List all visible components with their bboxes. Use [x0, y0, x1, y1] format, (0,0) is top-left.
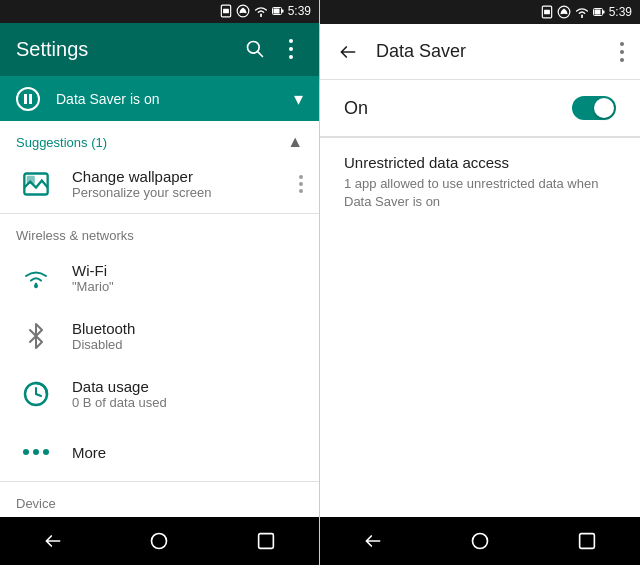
wifi-title: Wi-Fi: [72, 262, 303, 279]
back-nav-button-right[interactable]: [349, 517, 397, 565]
svg-point-31: [620, 58, 624, 62]
svg-point-20: [43, 449, 49, 455]
back-arrow-icon: [338, 42, 358, 62]
data-usage-text: Data usage 0 B of data used: [72, 378, 303, 410]
nav-bar-left: [0, 517, 319, 565]
svg-rect-5: [281, 10, 283, 13]
toggle-knob: [594, 98, 614, 118]
wifi-svg-icon: [22, 266, 50, 290]
search-button[interactable]: [243, 37, 267, 61]
battery-icon-left: [272, 5, 284, 17]
svg-point-15: [299, 189, 303, 193]
recents-nav-icon-right: [578, 532, 596, 550]
bluetooth-title: Bluetooth: [72, 320, 303, 337]
home-nav-icon-left: [149, 531, 169, 551]
unrestricted-title: Unrestricted data access: [344, 154, 616, 171]
wallpaper-icon: [16, 164, 56, 204]
wifi-item[interactable]: Wi-Fi "Mario": [0, 249, 319, 307]
svg-point-13: [299, 175, 303, 179]
wifi-subtitle: "Mario": [72, 279, 303, 294]
wallpaper-overflow-button[interactable]: [299, 175, 303, 193]
svg-point-30: [620, 50, 624, 54]
back-nav-icon-left: [43, 531, 63, 551]
overflow-button-right[interactable]: [620, 42, 624, 62]
svg-rect-4: [273, 9, 279, 14]
wallpaper-svg-icon: [22, 170, 50, 198]
bluetooth-item[interactable]: Bluetooth Disabled: [0, 307, 319, 365]
right-spacer: [320, 227, 640, 517]
home-nav-button-right[interactable]: [456, 517, 504, 565]
more-svg-icon: [22, 446, 50, 458]
data-saver-toggle[interactable]: [572, 96, 616, 120]
more-text: More: [72, 444, 303, 461]
more-item[interactable]: More: [0, 423, 319, 481]
svg-rect-24: [544, 10, 550, 15]
wallpaper-subtitle: Personalize your screen: [72, 185, 299, 200]
back-nav-icon-right: [363, 531, 383, 551]
status-icons-right: [540, 5, 605, 19]
wireless-label: Wireless & networks: [16, 228, 134, 243]
left-panel: 5:39 Settings Data Saver is on ▾ Suggest…: [0, 0, 320, 565]
wifi-text: Wi-Fi "Mario": [72, 262, 303, 294]
wallpaper-title: Change wallpaper: [72, 168, 299, 185]
battery-icon-right: [593, 6, 605, 18]
app-bar-left: Settings: [0, 23, 319, 76]
toggle-label: On: [344, 98, 572, 119]
device-category: Device: [0, 482, 319, 517]
status-bar-right: 5:39: [320, 0, 640, 24]
bluetooth-subtitle: Disabled: [72, 337, 303, 352]
svg-rect-27: [594, 10, 600, 15]
svg-point-32: [472, 534, 487, 549]
recents-nav-button-right[interactable]: [563, 517, 611, 565]
overflow-icon-left: [289, 39, 293, 59]
app-bar-icons: [243, 37, 303, 61]
back-nav-button-left[interactable]: [29, 517, 77, 565]
recents-nav-button-left[interactable]: [242, 517, 290, 565]
data-saver-toggle-row: On: [320, 80, 640, 136]
home-nav-icon-right: [470, 531, 490, 551]
data-usage-title: Data usage: [72, 378, 303, 395]
svg-point-16: [34, 284, 38, 288]
back-button-right[interactable]: [336, 40, 360, 64]
svg-point-10: [289, 55, 293, 59]
wifi-status-icon: [253, 5, 269, 17]
status-icons-left: [219, 4, 284, 18]
wifi-icon: [16, 258, 56, 298]
change-wallpaper-item[interactable]: Change wallpaper Personalize your screen: [0, 155, 319, 213]
wifi-status-icon-right: [574, 6, 590, 18]
home-nav-button-left[interactable]: [135, 517, 183, 565]
bluetooth-svg-icon: [26, 322, 46, 350]
app-bar-right: Data Saver: [320, 24, 640, 80]
svg-point-19: [33, 449, 39, 455]
status-bar-left: 5:39: [0, 0, 319, 23]
suggestions-label: Suggestions (1): [16, 135, 107, 150]
wallpaper-overflow-icon: [299, 175, 303, 193]
signal-icon: [236, 4, 250, 18]
wallpaper-text: Change wallpaper Personalize your screen: [72, 168, 299, 200]
data-usage-svg-icon: [22, 380, 50, 408]
banner-chevron-icon: ▾: [294, 88, 303, 110]
unrestricted-section[interactable]: Unrestricted data access 1 app allowed t…: [320, 137, 640, 227]
overflow-button-left[interactable]: [279, 37, 303, 61]
data-usage-item[interactable]: Data usage 0 B of data used: [0, 365, 319, 423]
svg-point-14: [299, 182, 303, 186]
pause-icon: [16, 87, 40, 111]
expand-icon: ▲: [287, 133, 303, 151]
bluetooth-text: Bluetooth Disabled: [72, 320, 303, 352]
svg-point-18: [23, 449, 29, 455]
overflow-icon-right: [620, 42, 624, 62]
pause-bars: [24, 94, 32, 104]
svg-point-21: [152, 534, 167, 549]
svg-point-8: [289, 39, 293, 43]
pause-bar-1: [24, 94, 27, 104]
sim-icon: [219, 4, 233, 18]
device-label: Device: [16, 496, 56, 511]
data-saver-banner[interactable]: Data Saver is on ▾: [0, 76, 319, 122]
svg-rect-33: [579, 534, 594, 549]
suggestions-header[interactable]: Suggestions (1) ▲: [0, 121, 319, 155]
svg-line-7: [258, 52, 263, 57]
svg-rect-22: [258, 534, 273, 549]
settings-title: Settings: [16, 38, 243, 61]
search-icon: [245, 39, 265, 59]
pause-bar-2: [29, 94, 32, 104]
